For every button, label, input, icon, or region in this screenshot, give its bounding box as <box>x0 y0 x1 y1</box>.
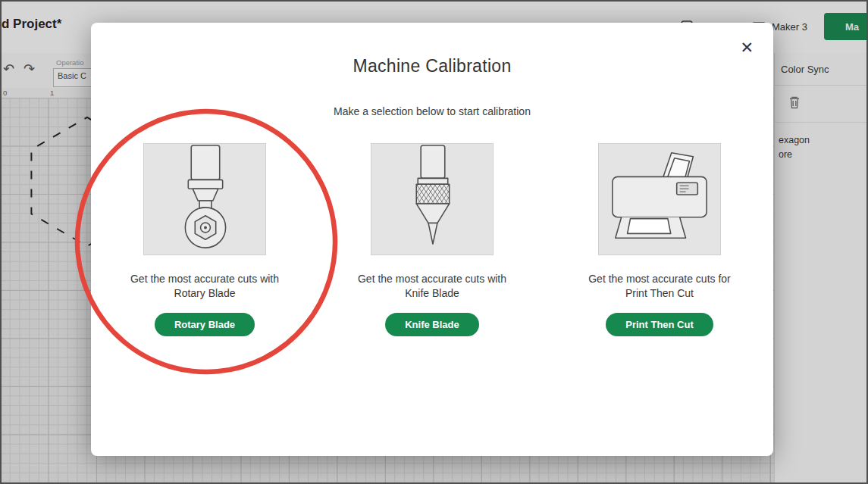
knife-blade-illustration <box>371 143 494 255</box>
rotary-blade-card: Get the most accurate cuts with Rotary B… <box>91 143 318 336</box>
dialog-title: Machine Calibration <box>91 56 773 77</box>
dialog-subtitle: Make a selection below to start calibrat… <box>91 105 773 117</box>
machine-calibration-dialog: ✕ Machine Calibration Make a selection b… <box>91 23 773 456</box>
knife-blade-card: Get the most accurate cuts with Knife Bl… <box>318 143 546 336</box>
calibration-options: Get the most accurate cuts with Rotary B… <box>91 143 773 336</box>
rotary-blade-description-line2: Rotary Blade <box>110 286 299 301</box>
print-then-cut-description-line1: Get the most accurate cuts for <box>565 272 754 286</box>
close-icon[interactable]: ✕ <box>740 39 754 55</box>
knife-blade-description-line2: Knife Blade <box>337 286 527 301</box>
rotary-blade-illustration <box>143 143 266 255</box>
knife-blade-description-line1: Get the most accurate cuts with <box>337 272 527 286</box>
print-then-cut-card: Get the most accurate cuts for Print The… <box>546 143 773 336</box>
print-then-cut-button[interactable]: Print Then Cut <box>606 313 713 336</box>
knife-blade-button[interactable]: Knife Blade <box>385 313 479 336</box>
printer-illustration <box>598 143 721 255</box>
print-then-cut-description-line2: Print Then Cut <box>565 286 754 301</box>
rotary-blade-description-line1: Get the most accurate cuts with <box>110 272 299 286</box>
rotary-blade-button[interactable]: Rotary Blade <box>155 313 255 336</box>
